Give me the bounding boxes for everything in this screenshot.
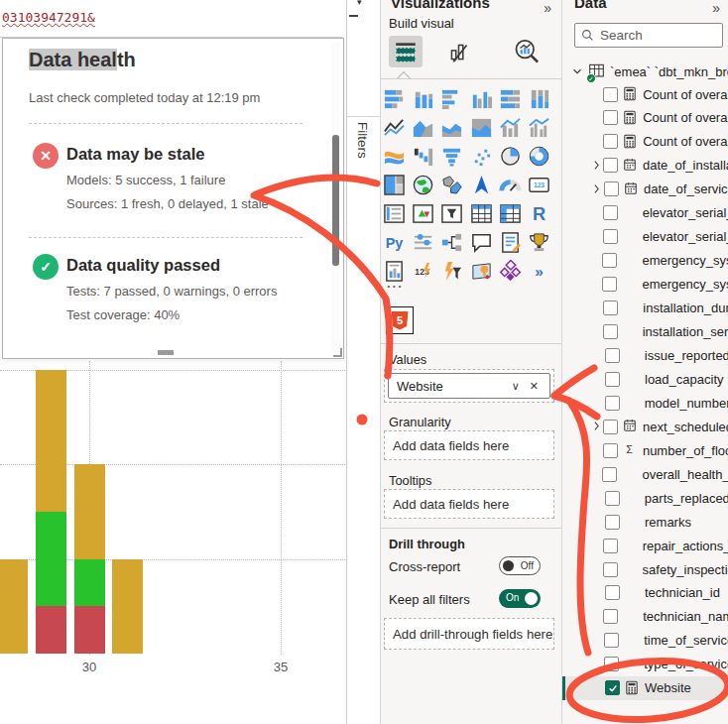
field-row-countofoveral[interactable]: Count of overal...	[562, 106, 728, 130]
bar-29-gold-segment[interactable]	[36, 370, 66, 512]
field-row-overall_health_c[interactable]: overall_health_c...	[562, 462, 728, 486]
field-checkbox[interactable]	[603, 205, 618, 220]
field-row-countofoveral[interactable]: Count of overal...	[562, 82, 728, 106]
field-row-emergency_syst[interactable]: emergency_syst...	[562, 273, 728, 297]
field-checkbox[interactable]	[605, 372, 620, 387]
card-vertical-scrollbar[interactable]	[331, 43, 340, 352]
collapse-pane-icon[interactable]: »	[712, 0, 720, 16]
field-row-website[interactable]: Website	[562, 676, 728, 700]
field-row-repair_actions_t[interactable]: repair_actions_t...	[562, 534, 728, 557]
hundred-percent-stacked-column-chart-icon[interactable]	[528, 87, 550, 110]
field-row-type_of_service[interactable]: type_of_service	[562, 653, 728, 676]
card-horizontal-scrollbar[interactable]	[158, 350, 174, 355]
funnel-chart-icon[interactable]	[440, 145, 463, 168]
pie-chart-icon[interactable]	[499, 145, 522, 168]
field-row-number_of_floo[interactable]: Σnumber_of_floo...	[562, 438, 728, 462]
field-checkbox[interactable]	[605, 396, 620, 411]
chevron-down-icon[interactable]	[570, 64, 584, 78]
clustered-bar-chart-icon[interactable]	[440, 87, 463, 110]
tooltips-well[interactable]: Add data fields here	[384, 489, 554, 519]
get-more-visuals-icon[interactable]: »	[528, 260, 550, 283]
field-checkbox[interactable]	[605, 585, 620, 600]
drill-through-well[interactable]: Add drill-through fields here	[384, 618, 554, 650]
line-and-stacked-column-chart-icon[interactable]	[499, 116, 522, 139]
field-checkbox[interactable]	[604, 633, 619, 648]
power-apps-icon[interactable]: 123	[412, 260, 434, 283]
hundred-percent-stacked-area-chart-icon[interactable]	[470, 116, 493, 139]
chevron-down-icon[interactable]: ∨	[507, 380, 525, 393]
card-icon[interactable]: 123	[528, 174, 550, 196]
field-checkbox[interactable]	[603, 324, 618, 339]
chevron-right-icon[interactable]	[590, 419, 603, 433]
field-checkbox[interactable]	[603, 134, 618, 149]
hundred-percent-stacked-bar-chart-icon[interactable]	[499, 87, 522, 110]
stacked-column-chart-icon[interactable]	[412, 87, 434, 110]
field-checkbox[interactable]	[605, 515, 620, 530]
ribbon-chart-icon[interactable]	[383, 145, 406, 168]
stacked-area-chart-icon[interactable]	[440, 116, 463, 139]
gauge-icon[interactable]	[499, 174, 522, 196]
tab-format-visual[interactable]	[444, 38, 474, 65]
python-visual-icon[interactable]: Py	[383, 231, 406, 254]
scrollbar-thumb[interactable]	[332, 135, 339, 266]
field-checkbox[interactable]	[604, 181, 619, 196]
expand-filters-icon[interactable]	[349, 15, 358, 17]
values-well[interactable]: Website ∨ ✕	[384, 369, 554, 403]
smart-narrative-icon[interactable]	[499, 231, 522, 254]
clustered-column-chart-icon[interactable]	[470, 87, 493, 110]
field-checkbox[interactable]	[603, 420, 618, 434]
line-and-clustered-column-chart-icon[interactable]	[528, 116, 550, 139]
bar-30-red-segment[interactable]	[74, 606, 105, 654]
field-row-model_number[interactable]: model_number	[562, 391, 728, 415]
field-row-technician_id[interactable]: technician_id	[562, 581, 728, 605]
filled-map-icon[interactable]	[440, 174, 463, 196]
field-checkbox[interactable]	[603, 301, 618, 315]
field-checkbox[interactable]	[603, 229, 618, 244]
chevron-right-icon[interactable]	[590, 158, 603, 173]
key-influencers-icon[interactable]	[412, 231, 434, 254]
chevron-right-icon[interactable]	[590, 181, 603, 196]
field-checkbox[interactable]	[602, 467, 617, 482]
field-row-installation_serv[interactable]: installation_serv...	[562, 320, 728, 344]
stacked-bar-chart-icon[interactable]	[383, 87, 406, 110]
filters-pane-collapsed[interactable]: ▾ Filters	[346, 0, 380, 724]
field-checkbox[interactable]	[604, 657, 619, 671]
field-row-load_capacity[interactable]: load_capacity	[562, 367, 728, 391]
field-checkbox[interactable]	[603, 539, 618, 553]
bar-29-red-segment[interactable]	[36, 606, 66, 654]
table-tree-root[interactable]: ✓ `emea` `dbt_mkn_bron...	[570, 60, 728, 83]
granularity-well[interactable]: Add data fields here	[384, 430, 554, 460]
field-row-issue_reported[interactable]: issue_reported	[562, 343, 728, 367]
field-checkbox[interactable]	[603, 110, 618, 125]
keep-all-filters-toggle[interactable]: On	[499, 589, 541, 608]
tab-analytics[interactable]	[512, 38, 542, 65]
field-chip-website[interactable]: Website ∨ ✕	[388, 373, 550, 399]
bar-31-gold-segment[interactable]	[112, 559, 143, 655]
multi-row-card-icon[interactable]	[383, 202, 406, 225]
field-checkbox[interactable]	[603, 443, 618, 458]
field-checkbox[interactable]	[605, 491, 620, 506]
arcgis-map-icon[interactable]	[470, 260, 493, 283]
map-icon[interactable]	[412, 174, 434, 196]
field-row-technician_name[interactable]: technician_name	[562, 605, 728, 629]
treemap-icon[interactable]	[383, 174, 406, 196]
field-row-remarks[interactable]: remarks	[562, 510, 728, 534]
field-row-safety_inspectio[interactable]: safety_inspectio...	[562, 557, 728, 581]
metrics-icon[interactable]	[528, 231, 550, 254]
donut-chart-icon[interactable]	[528, 145, 550, 168]
collapse-pane-icon[interactable]: »	[544, 0, 551, 16]
decomposition-tree-icon[interactable]	[440, 231, 463, 254]
resize-grip-icon[interactable]	[333, 348, 342, 357]
field-checkbox[interactable]	[603, 158, 618, 173]
matrix-icon[interactable]	[499, 202, 522, 225]
field-row-elevator_serial_[interactable]: elevator_serial_...	[562, 201, 728, 225]
power-automate-icon[interactable]	[440, 260, 463, 283]
field-row-date_of_installa[interactable]: date_of_installa...	[562, 154, 728, 178]
waterfall-chart-icon[interactable]	[412, 145, 434, 168]
table-icon[interactable]	[470, 202, 493, 225]
slicer-icon[interactable]	[440, 202, 463, 225]
field-row-emergency_syst[interactable]: emergency_syst...	[562, 249, 728, 273]
field-checkbox[interactable]	[602, 253, 617, 268]
field-checkbox[interactable]	[603, 87, 618, 102]
q-and-a-icon[interactable]	[470, 231, 493, 254]
